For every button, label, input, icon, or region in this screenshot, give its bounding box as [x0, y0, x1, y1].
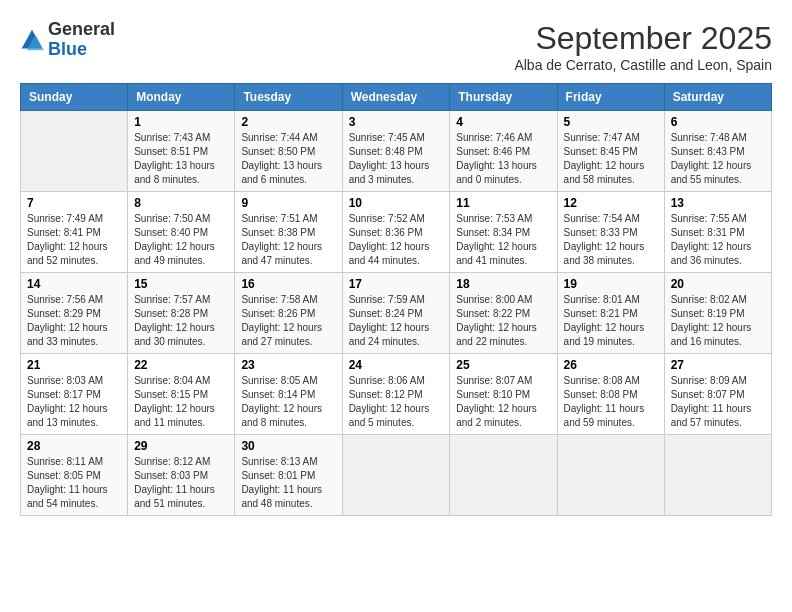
column-header-saturday: Saturday — [664, 84, 771, 111]
calendar-cell: 1Sunrise: 7:43 AM Sunset: 8:51 PM Daylig… — [128, 111, 235, 192]
day-number: 23 — [241, 358, 335, 372]
calendar-cell: 24Sunrise: 8:06 AM Sunset: 8:12 PM Dayli… — [342, 354, 450, 435]
calendar-cell: 25Sunrise: 8:07 AM Sunset: 8:10 PM Dayli… — [450, 354, 557, 435]
day-number: 24 — [349, 358, 444, 372]
calendar-cell: 21Sunrise: 8:03 AM Sunset: 8:17 PM Dayli… — [21, 354, 128, 435]
day-number: 22 — [134, 358, 228, 372]
calendar-cell: 12Sunrise: 7:54 AM Sunset: 8:33 PM Dayli… — [557, 192, 664, 273]
calendar-cell: 4Sunrise: 7:46 AM Sunset: 8:46 PM Daylig… — [450, 111, 557, 192]
day-info: Sunrise: 7:54 AM Sunset: 8:33 PM Dayligh… — [564, 212, 658, 268]
day-number: 3 — [349, 115, 444, 129]
day-info: Sunrise: 8:11 AM Sunset: 8:05 PM Dayligh… — [27, 455, 121, 511]
calendar-week-row: 7Sunrise: 7:49 AM Sunset: 8:41 PM Daylig… — [21, 192, 772, 273]
calendar-cell: 2Sunrise: 7:44 AM Sunset: 8:50 PM Daylig… — [235, 111, 342, 192]
day-number: 28 — [27, 439, 121, 453]
calendar-cell: 11Sunrise: 7:53 AM Sunset: 8:34 PM Dayli… — [450, 192, 557, 273]
day-info: Sunrise: 7:45 AM Sunset: 8:48 PM Dayligh… — [349, 131, 444, 187]
calendar-cell: 27Sunrise: 8:09 AM Sunset: 8:07 PM Dayli… — [664, 354, 771, 435]
calendar-cell: 14Sunrise: 7:56 AM Sunset: 8:29 PM Dayli… — [21, 273, 128, 354]
calendar-table: SundayMondayTuesdayWednesdayThursdayFrid… — [20, 83, 772, 516]
day-number: 7 — [27, 196, 121, 210]
calendar-cell: 9Sunrise: 7:51 AM Sunset: 8:38 PM Daylig… — [235, 192, 342, 273]
day-info: Sunrise: 8:13 AM Sunset: 8:01 PM Dayligh… — [241, 455, 335, 511]
day-info: Sunrise: 7:58 AM Sunset: 8:26 PM Dayligh… — [241, 293, 335, 349]
day-info: Sunrise: 8:09 AM Sunset: 8:07 PM Dayligh… — [671, 374, 765, 430]
column-header-thursday: Thursday — [450, 84, 557, 111]
day-info: Sunrise: 7:47 AM Sunset: 8:45 PM Dayligh… — [564, 131, 658, 187]
day-number: 14 — [27, 277, 121, 291]
day-number: 25 — [456, 358, 550, 372]
column-header-wednesday: Wednesday — [342, 84, 450, 111]
calendar-cell — [557, 435, 664, 516]
calendar-cell: 17Sunrise: 7:59 AM Sunset: 8:24 PM Dayli… — [342, 273, 450, 354]
calendar-cell: 28Sunrise: 8:11 AM Sunset: 8:05 PM Dayli… — [21, 435, 128, 516]
column-header-friday: Friday — [557, 84, 664, 111]
day-number: 12 — [564, 196, 658, 210]
calendar-week-row: 28Sunrise: 8:11 AM Sunset: 8:05 PM Dayli… — [21, 435, 772, 516]
calendar-cell: 30Sunrise: 8:13 AM Sunset: 8:01 PM Dayli… — [235, 435, 342, 516]
day-info: Sunrise: 8:12 AM Sunset: 8:03 PM Dayligh… — [134, 455, 228, 511]
day-info: Sunrise: 7:48 AM Sunset: 8:43 PM Dayligh… — [671, 131, 765, 187]
calendar-cell: 18Sunrise: 8:00 AM Sunset: 8:22 PM Dayli… — [450, 273, 557, 354]
day-info: Sunrise: 7:49 AM Sunset: 8:41 PM Dayligh… — [27, 212, 121, 268]
calendar-cell: 13Sunrise: 7:55 AM Sunset: 8:31 PM Dayli… — [664, 192, 771, 273]
logo-blue-text: Blue — [48, 39, 87, 59]
day-info: Sunrise: 8:04 AM Sunset: 8:15 PM Dayligh… — [134, 374, 228, 430]
calendar-week-row: 14Sunrise: 7:56 AM Sunset: 8:29 PM Dayli… — [21, 273, 772, 354]
day-number: 9 — [241, 196, 335, 210]
day-number: 16 — [241, 277, 335, 291]
day-number: 11 — [456, 196, 550, 210]
day-info: Sunrise: 8:08 AM Sunset: 8:08 PM Dayligh… — [564, 374, 658, 430]
day-info: Sunrise: 8:05 AM Sunset: 8:14 PM Dayligh… — [241, 374, 335, 430]
day-number: 18 — [456, 277, 550, 291]
month-title: September 2025 — [514, 20, 772, 57]
day-number: 5 — [564, 115, 658, 129]
day-number: 2 — [241, 115, 335, 129]
day-number: 13 — [671, 196, 765, 210]
calendar-cell: 22Sunrise: 8:04 AM Sunset: 8:15 PM Dayli… — [128, 354, 235, 435]
calendar-cell: 5Sunrise: 7:47 AM Sunset: 8:45 PM Daylig… — [557, 111, 664, 192]
title-area: September 2025 Alba de Cerrato, Castille… — [514, 20, 772, 73]
day-number: 21 — [27, 358, 121, 372]
calendar-cell: 3Sunrise: 7:45 AM Sunset: 8:48 PM Daylig… — [342, 111, 450, 192]
calendar-cell — [342, 435, 450, 516]
day-number: 1 — [134, 115, 228, 129]
day-info: Sunrise: 8:06 AM Sunset: 8:12 PM Dayligh… — [349, 374, 444, 430]
day-info: Sunrise: 7:55 AM Sunset: 8:31 PM Dayligh… — [671, 212, 765, 268]
column-header-tuesday: Tuesday — [235, 84, 342, 111]
day-info: Sunrise: 7:44 AM Sunset: 8:50 PM Dayligh… — [241, 131, 335, 187]
page-header: General Blue September 2025 Alba de Cerr… — [20, 20, 772, 73]
day-info: Sunrise: 8:00 AM Sunset: 8:22 PM Dayligh… — [456, 293, 550, 349]
day-number: 8 — [134, 196, 228, 210]
logo-general-text: General — [48, 19, 115, 39]
calendar-cell: 19Sunrise: 8:01 AM Sunset: 8:21 PM Dayli… — [557, 273, 664, 354]
calendar-cell: 10Sunrise: 7:52 AM Sunset: 8:36 PM Dayli… — [342, 192, 450, 273]
day-number: 26 — [564, 358, 658, 372]
day-info: Sunrise: 7:56 AM Sunset: 8:29 PM Dayligh… — [27, 293, 121, 349]
day-info: Sunrise: 7:52 AM Sunset: 8:36 PM Dayligh… — [349, 212, 444, 268]
calendar-cell: 6Sunrise: 7:48 AM Sunset: 8:43 PM Daylig… — [664, 111, 771, 192]
calendar-cell — [21, 111, 128, 192]
calendar-cell — [664, 435, 771, 516]
logo-icon — [20, 28, 44, 52]
day-number: 10 — [349, 196, 444, 210]
day-number: 6 — [671, 115, 765, 129]
day-number: 30 — [241, 439, 335, 453]
day-info: Sunrise: 7:46 AM Sunset: 8:46 PM Dayligh… — [456, 131, 550, 187]
day-info: Sunrise: 8:03 AM Sunset: 8:17 PM Dayligh… — [27, 374, 121, 430]
day-info: Sunrise: 7:57 AM Sunset: 8:28 PM Dayligh… — [134, 293, 228, 349]
calendar-week-row: 21Sunrise: 8:03 AM Sunset: 8:17 PM Dayli… — [21, 354, 772, 435]
calendar-cell: 26Sunrise: 8:08 AM Sunset: 8:08 PM Dayli… — [557, 354, 664, 435]
calendar-cell: 15Sunrise: 7:57 AM Sunset: 8:28 PM Dayli… — [128, 273, 235, 354]
calendar-cell: 16Sunrise: 7:58 AM Sunset: 8:26 PM Dayli… — [235, 273, 342, 354]
logo: General Blue — [20, 20, 115, 60]
day-info: Sunrise: 7:51 AM Sunset: 8:38 PM Dayligh… — [241, 212, 335, 268]
day-number: 27 — [671, 358, 765, 372]
day-number: 4 — [456, 115, 550, 129]
calendar-cell: 20Sunrise: 8:02 AM Sunset: 8:19 PM Dayli… — [664, 273, 771, 354]
calendar-cell: 23Sunrise: 8:05 AM Sunset: 8:14 PM Dayli… — [235, 354, 342, 435]
calendar-week-row: 1Sunrise: 7:43 AM Sunset: 8:51 PM Daylig… — [21, 111, 772, 192]
calendar-cell: 8Sunrise: 7:50 AM Sunset: 8:40 PM Daylig… — [128, 192, 235, 273]
day-info: Sunrise: 7:53 AM Sunset: 8:34 PM Dayligh… — [456, 212, 550, 268]
column-header-monday: Monday — [128, 84, 235, 111]
